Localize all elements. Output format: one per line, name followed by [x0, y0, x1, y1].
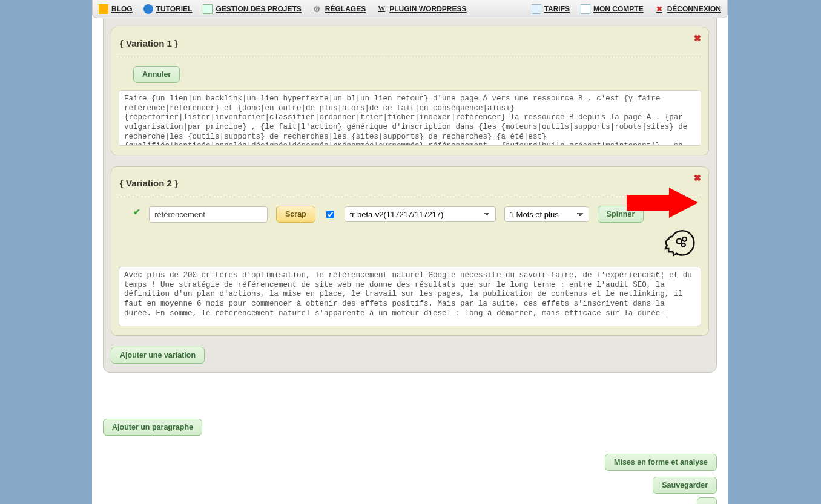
spinner-button[interactable]: Spinner — [598, 206, 644, 223]
nav-mon-compte[interactable]: MON COMPTE — [581, 4, 644, 14]
pencil-icon — [99, 4, 108, 14]
scrap-button[interactable]: Scrap — [276, 206, 315, 223]
language-select[interactable]: fr-beta-v2(117217/117217) — [345, 206, 496, 222]
gear-icon: ⚙ — [312, 4, 322, 14]
projects-icon — [203, 4, 213, 14]
nav-reglages[interactable]: ⚙RÉGLAGES — [312, 4, 366, 14]
variation-2-title: { Variation 2 } — [120, 178, 178, 188]
annuler-button[interactable]: Annuler — [133, 66, 180, 83]
nav-gestion-projets[interactable]: GESTION DES PROJETS — [203, 4, 301, 14]
nav-tutoriel[interactable]: TUTORIEL — [143, 4, 193, 14]
close-variation-1[interactable]: ✖ — [694, 33, 701, 43]
nav-tarifs[interactable]: TARIFS — [532, 4, 570, 14]
check-icon: ✔ — [133, 207, 140, 217]
variation-1-textarea[interactable] — [119, 90, 701, 146]
svg-point-0 — [676, 238, 682, 244]
variation-2-card: ✖ { Variation 2 } ✔ Scrap fr-beta-v2(117… — [111, 166, 709, 336]
add-variation-button[interactable]: Ajouter une variation — [111, 347, 205, 364]
nav-deconnexion[interactable]: ✖DÉCONNEXION — [654, 4, 721, 14]
keyword-input[interactable] — [149, 206, 268, 223]
variations-panel: ✖ { Variation 1 } Annuler ✖ { Variation … — [103, 0, 717, 373]
nav-plugin-wordpress[interactable]: WPLUGIN WORDPRESS — [377, 4, 466, 14]
add-paragraph-button[interactable]: Ajouter un paragraphe — [103, 419, 202, 436]
save-button-partial[interactable] — [697, 497, 717, 504]
save-button[interactable]: Sauvegarder — [653, 477, 717, 494]
brain-icon — [661, 227, 695, 261]
variation-2-textarea[interactable] — [119, 267, 701, 326]
words-select[interactable]: 1 Mots et plus — [504, 206, 589, 222]
analysis-button[interactable]: Mises en forme et analyse — [605, 454, 717, 471]
close-variation-2[interactable]: ✖ — [694, 173, 701, 183]
svg-point-1 — [682, 237, 687, 241]
account-icon — [581, 4, 590, 14]
info-icon — [143, 4, 153, 14]
tarifs-icon — [532, 4, 541, 14]
nav-blog[interactable]: BLOG — [99, 4, 133, 14]
lang-checkbox[interactable] — [326, 211, 334, 218]
variation-1-title: { Variation 1 } — [120, 38, 178, 48]
top-nav: BLOG TUTORIEL GESTION DES PROJETS ⚙RÉGLA… — [92, 0, 728, 18]
logout-icon: ✖ — [654, 4, 664, 14]
variation-1-card: ✖ { Variation 1 } Annuler — [111, 27, 709, 155]
wordpress-icon: W — [377, 4, 386, 14]
svg-point-2 — [682, 243, 685, 247]
